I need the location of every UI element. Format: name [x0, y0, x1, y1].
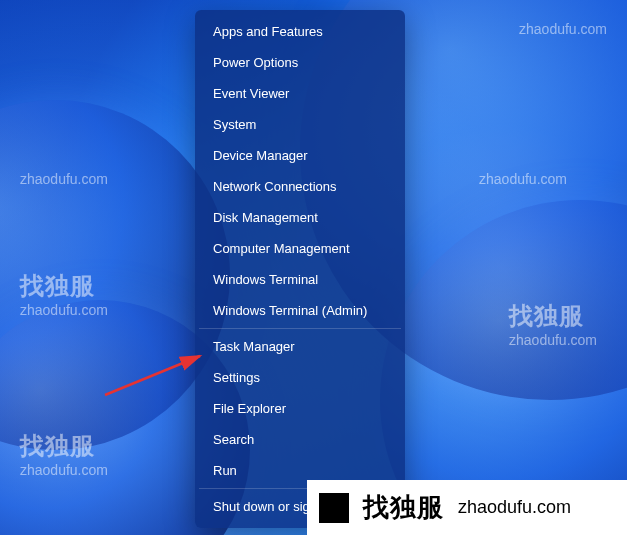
menu-item-windows-terminal-admin[interactable]: Windows Terminal (Admin): [195, 295, 405, 326]
footer-logo-icon: [319, 493, 349, 523]
menu-item-file-explorer[interactable]: File Explorer: [195, 393, 405, 424]
menu-item-system[interactable]: System: [195, 109, 405, 140]
menu-item-computer-management[interactable]: Computer Management: [195, 233, 405, 264]
menu-item-power-options[interactable]: Power Options: [195, 47, 405, 78]
menu-item-settings[interactable]: Settings: [195, 362, 405, 393]
menu-divider: [199, 328, 401, 329]
menu-item-search[interactable]: Search: [195, 424, 405, 455]
menu-item-event-viewer[interactable]: Event Viewer: [195, 78, 405, 109]
menu-item-disk-management[interactable]: Disk Management: [195, 202, 405, 233]
menu-item-apps-and-features[interactable]: Apps and Features: [195, 16, 405, 47]
menu-item-windows-terminal[interactable]: Windows Terminal: [195, 264, 405, 295]
menu-item-task-manager[interactable]: Task Manager: [195, 331, 405, 362]
footer-brand-url: zhaodufu.com: [458, 497, 571, 518]
winx-context-menu: Apps and FeaturesPower OptionsEvent View…: [195, 10, 405, 528]
menu-item-network-connections[interactable]: Network Connections: [195, 171, 405, 202]
footer-brand-cn: 找独服: [363, 490, 444, 525]
menu-item-device-manager[interactable]: Device Manager: [195, 140, 405, 171]
footer-brand-box: 找独服 zhaodufu.com: [307, 480, 627, 535]
